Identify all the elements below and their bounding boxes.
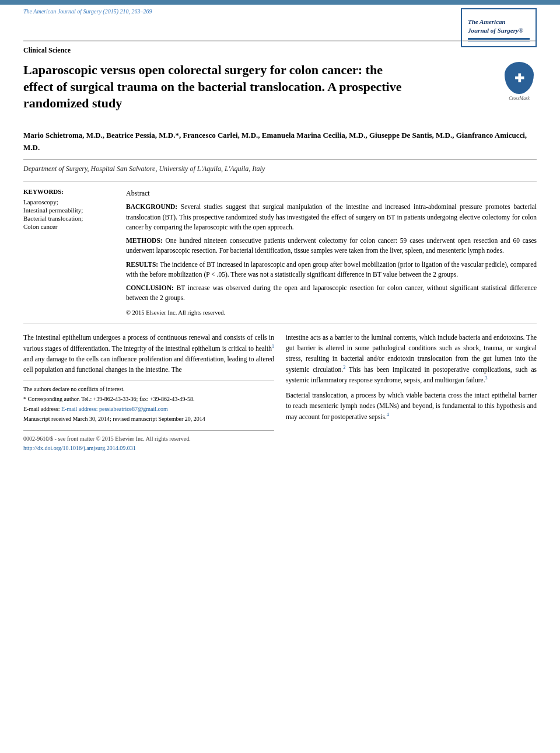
fn-manuscript-dates: Manuscript received March 30, 2014; revi… [23, 414, 274, 423]
abstract-copyright: © 2015 Elsevier Inc. All rights reserved… [126, 308, 537, 318]
fn-email: E-mail address: E-mail address: pessiabe… [23, 405, 274, 413]
results-text: The incidence of BT increased in laparos… [126, 261, 537, 278]
section-label: Clinical Science [23, 40, 537, 55]
conclusion-text: BT increase was observed during the open… [126, 284, 537, 301]
top-bar [0, 0, 560, 5]
logo-thin-line [468, 41, 530, 41]
methods-label: METHODS: [126, 237, 163, 244]
page-wrapper: The American Journal of Surgery (2015) 2… [0, 0, 560, 753]
abstract-results: RESULTS: The incidence of BT increased i… [126, 260, 537, 280]
keywords-header: KEYWORDS: [23, 188, 117, 195]
bottom-bar: 0002-9610/$ - see front matter © 2015 El… [23, 430, 274, 452]
keyword-1: Laparoscopy; [23, 198, 117, 205]
journal-logo-box: The American Journal of Surgery® [461, 8, 537, 47]
ref-2: 2 [343, 365, 345, 370]
bottom-doi: http://dx.doi.org/10.1016/j.amjsurg.2014… [23, 444, 274, 453]
logo-text: The American Journal of Surgery® [468, 14, 530, 38]
keyword-2: Intestinal permeability; [23, 207, 117, 214]
keyword-3: Bacterial translocation; [23, 215, 117, 222]
affiliation: Department of Surgery, Hospital San Salv… [23, 159, 537, 173]
keywords-col: KEYWORDS: Laparoscopy; Intestinal permea… [23, 188, 117, 317]
bottom-copyright: 0002-9610/$ - see front matter © 2015 El… [23, 434, 274, 444]
abstract-conclusion: CONCLUSION: BT increase was observed dur… [126, 283, 537, 304]
ref-4: 4 [387, 412, 389, 417]
crossmark-badge: ✚ CrossMark [502, 62, 537, 101]
results-label: RESULTS: [126, 261, 158, 268]
background-text: Several studies suggest that surgical ma… [126, 203, 537, 231]
conclusion-label: CONCLUSION: [126, 284, 174, 291]
doi-link[interactable]: http://dx.doi.org/10.1016/j.amjsurg.2014… [23, 445, 136, 451]
background-label: BACKGROUND: [126, 203, 177, 210]
fn-email-address: E-mail address: pessiabeatrice87@gmail.c… [61, 406, 168, 412]
crossmark-icon: ✚ [505, 62, 534, 94]
crossmark-label: CrossMark [502, 96, 537, 101]
abstract-background: BACKGROUND: Several studies suggest that… [126, 202, 537, 232]
fn-no-conflict: The authors declare no conflicts of inte… [23, 385, 274, 393]
ref-1: 1 [272, 344, 274, 349]
abstract-methods: METHODS: One hundred nineteen consecutiv… [126, 236, 537, 256]
body-right-para-2: Bacterial translocation, a process by wh… [286, 391, 537, 422]
ref-3: 3 [485, 375, 488, 381]
crossmark-cross: ✚ [514, 71, 524, 85]
body-left-para: The intestinal epithelium undergoes a pr… [23, 333, 274, 375]
authors: Mario Schietroma, M.D., Beatrice Pessia,… [23, 130, 537, 154]
keyword-4: Colon cancer [23, 223, 117, 230]
footnotes: The authors declare no conflicts of inte… [23, 381, 274, 423]
title-crossmark-row: Laparoscopic versus open colorectal surg… [23, 62, 537, 121]
body-columns: The intestinal epithelium undergoes a pr… [23, 333, 537, 452]
logo-lines [468, 38, 530, 41]
keywords-abstract-row: KEYWORDS: Laparoscopy; Intestinal permea… [23, 182, 537, 323]
main-content: Clinical Science Laparoscopic versus ope… [0, 17, 560, 464]
abstract-col: Abstract BACKGROUND: Several studies sug… [126, 188, 537, 317]
abstract-title: Abstract [126, 188, 537, 198]
body-right-col: intestine acts as a barrier to the lumin… [286, 333, 537, 452]
body-left-col: The intestinal epithelium undergoes a pr… [23, 333, 274, 452]
fn-corresponding: * Corresponding author. Tel.: +39-862-43… [23, 395, 274, 403]
methods-text: One hundred nineteen consecutive patient… [126, 237, 537, 254]
body-right-para-1: intestine acts as a barrier to the lumin… [286, 333, 537, 386]
logo-thick-line [468, 38, 530, 40]
article-title: Laparoscopic versus open colorectal surg… [23, 62, 408, 112]
